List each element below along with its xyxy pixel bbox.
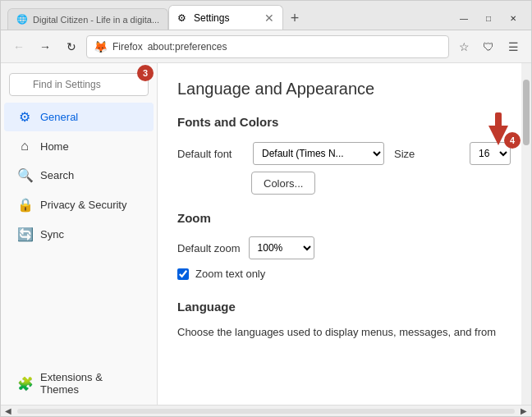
new-tab-button[interactable]: +	[283, 7, 306, 30]
fonts-subsection-title: Fonts and Colors	[177, 115, 502, 129]
language-subsection-title: Language	[177, 300, 502, 314]
default-font-label: Default font	[177, 148, 243, 160]
tab-bar: 🌐 Digital Citizen - Life in a digita... …	[1, 1, 531, 30]
zoom-subsection-title: Zoom	[177, 211, 502, 225]
tab-other-favicon: 🌐	[16, 14, 28, 25]
reload-button[interactable]: ↻	[60, 35, 83, 58]
minimize-button[interactable]: —	[452, 10, 475, 26]
sidebar-item-general[interactable]: ⚙ General	[4, 103, 154, 131]
scroll-left-button[interactable]: ◀	[2, 406, 14, 415]
scroll-right-button[interactable]: ▶	[518, 406, 530, 415]
font-setting-row: Default font Default (Times N... Size 16…	[177, 140, 502, 167]
tab-close-button[interactable]: ✕	[264, 12, 274, 24]
bottom-scrollbar: ◀ ▶	[1, 405, 531, 416]
main-area: 🔍 3 ⚙ General ⌂ Home 🔍 Search 🔒 Privacy …	[1, 63, 531, 405]
find-wrapper: 🔍 3	[9, 73, 149, 96]
sidebar-item-extensions-label: Extensions & Themes	[40, 371, 140, 396]
zoom-text-only-label: Zoom text only	[195, 268, 265, 280]
language-description: Choose the languages used to display men…	[177, 325, 502, 340]
h-scroll-track	[17, 409, 515, 414]
scrollbar-thumb[interactable]	[523, 80, 530, 145]
find-in-settings-container: 🔍 3	[9, 73, 149, 96]
address-bar[interactable]: 🦊 Firefox about:preferences	[86, 35, 449, 58]
tab-active-favicon: ⚙	[177, 12, 189, 24]
browser-name: Firefox	[112, 41, 143, 53]
general-icon: ⚙	[17, 109, 32, 125]
nav-icons: ☆ 🛡 ☰	[452, 35, 525, 58]
zoom-select[interactable]: 100%	[249, 236, 314, 259]
extensions-icon: 🧩	[17, 376, 32, 392]
zoom-text-only-row: Zoom text only	[177, 268, 502, 280]
back-button[interactable]: ←	[7, 35, 30, 58]
default-font-select[interactable]: Default (Times N...	[253, 142, 384, 165]
zoom-section: Zoom Default zoom 100% Zoom text only	[177, 211, 502, 280]
sidebar-item-sync[interactable]: 🔄 Sync	[4, 220, 154, 249]
sidebar-item-search[interactable]: 🔍 Search	[4, 161, 154, 190]
content-area: Language and Appearance Fonts and Colors…	[157, 63, 521, 405]
maximize-button[interactable]: □	[477, 10, 500, 26]
sidebar-item-home-label: Home	[40, 140, 69, 153]
step3-badge: 3	[137, 65, 154, 81]
forward-button[interactable]: →	[34, 35, 57, 58]
tab-other[interactable]: 🌐 Digital Citizen - Life in a digita...	[7, 8, 168, 30]
menu-button[interactable]: ☰	[502, 35, 525, 58]
window-controls: — □ ✕	[452, 10, 525, 30]
nav-bar: ← → ↻ 🦊 Firefox about:preferences ☆ 🛡 ☰	[1, 30, 531, 63]
colors-button[interactable]: Colors...	[251, 172, 315, 195]
colors-row: Colors...	[250, 172, 502, 195]
font-size-select[interactable]: 16	[470, 142, 511, 165]
section-title: Language and Appearance	[177, 80, 502, 99]
browser-frame: 🌐 Digital Citizen - Life in a digita... …	[0, 0, 532, 417]
tab-other-title: Digital Citizen - Life in a digita...	[33, 15, 159, 25]
bookmark-button[interactable]: ☆	[452, 35, 475, 58]
sidebar-item-general-label: General	[40, 111, 78, 123]
tab-active-title: Settings	[194, 12, 259, 24]
address-text: about:preferences	[148, 41, 227, 53]
search-icon: 🔍	[17, 167, 32, 183]
tab-active[interactable]: ⚙ Settings ✕	[168, 5, 283, 30]
firefox-icon: 🦊	[94, 40, 108, 53]
sidebar-item-search-label: Search	[40, 169, 74, 181]
default-zoom-label: Default zoom	[177, 242, 241, 254]
language-section: Language Choose the languages used to di…	[177, 300, 502, 340]
shield-button[interactable]: 🛡	[477, 35, 500, 58]
sidebar: 🔍 3 ⚙ General ⌂ Home 🔍 Search 🔒 Privacy …	[1, 63, 157, 405]
home-icon: ⌂	[17, 139, 32, 154]
sidebar-item-extensions[interactable]: 🧩 Extensions & Themes	[4, 364, 154, 402]
step4-badge: 4	[504, 132, 521, 149]
zoom-row: Default zoom 100%	[177, 236, 502, 259]
lock-icon: 🔒	[17, 197, 32, 213]
size-label: Size	[394, 148, 460, 160]
find-settings-input[interactable]	[9, 73, 149, 96]
scrollbar-track[interactable]	[521, 63, 531, 405]
sidebar-item-privacy-label: Privacy & Security	[40, 199, 126, 211]
close-button[interactable]: ✕	[502, 10, 525, 26]
sync-icon: 🔄	[17, 227, 32, 242]
zoom-text-only-checkbox[interactable]	[177, 268, 189, 280]
sidebar-item-privacy[interactable]: 🔒 Privacy & Security	[4, 190, 154, 219]
sidebar-item-home[interactable]: ⌂ Home	[4, 132, 154, 160]
sidebar-item-sync-label: Sync	[40, 228, 64, 241]
